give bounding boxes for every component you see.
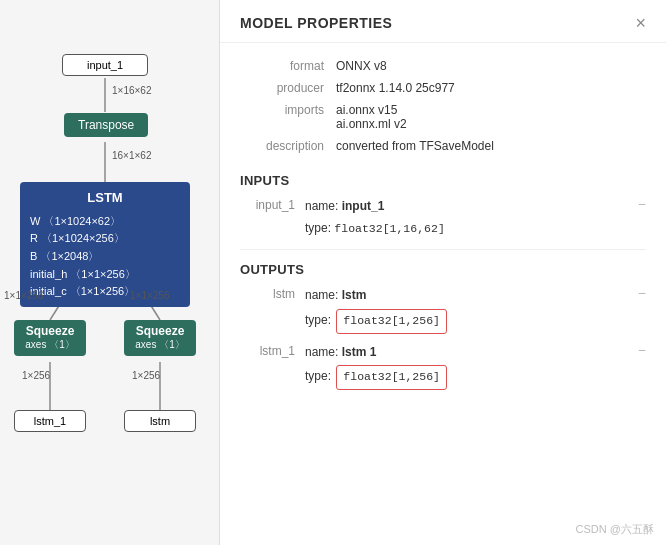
edge-label-3: 1×1×256 — [4, 290, 44, 301]
output-lstm1-name-line: name: lstm 1 — [305, 342, 630, 364]
producer-row: producer tf2onnx 1.14.0 25c977 — [240, 77, 646, 99]
outputs-section-title: OUTPUTS — [240, 262, 646, 277]
panel-title: MODEL PROPERTIES — [240, 15, 392, 31]
output-lstm1-node[interactable]: lstm_1 — [14, 410, 86, 432]
nn-diagram-panel: input_1 1×16×62 Transpose 16×1×62 LSTM W… — [0, 0, 220, 545]
panel-header: MODEL PROPERTIES × — [220, 0, 666, 43]
output-lstm1-type-value: float32[1,256] — [336, 365, 447, 390]
edge-label-4: 1×1×256 — [130, 290, 170, 301]
input-1-dash: − — [630, 196, 646, 212]
output-lstm-type-value: float32[1,256] — [336, 309, 447, 334]
format-label: format — [240, 55, 330, 77]
output-lstm-label: lstm — [150, 415, 170, 427]
input-1-name-value: input_1 — [342, 199, 385, 213]
description-label: description — [240, 135, 330, 157]
input-1-type-value: float32[1,16,62] — [334, 222, 444, 235]
section-divider-1 — [240, 249, 646, 250]
imports-label: imports — [240, 99, 330, 135]
squeeze-right-title: Squeeze — [132, 324, 188, 338]
producer-value: tf2onnx 1.14.0 25c977 — [330, 77, 646, 99]
inputs-section-title: INPUTS — [240, 173, 646, 188]
input-1-details: name: input_1 type: float32[1,16,62] — [305, 196, 630, 239]
input-node-label: input_1 — [87, 59, 123, 71]
edge-label-5: 1×256 — [22, 370, 50, 381]
output-lstm-id: lstm — [240, 285, 305, 301]
panel-body: format ONNX v8 producer tf2onnx 1.14.0 2… — [220, 43, 666, 402]
input-node[interactable]: input_1 — [62, 54, 148, 76]
format-row: format ONNX v8 — [240, 55, 646, 77]
lstm-r: R 〈1×1024×256〉 — [30, 230, 180, 248]
output-lstm-row: lstm name: lstm type: float32[1,256] − — [240, 285, 646, 333]
imports-value: ai.onnx v15 ai.onnx.ml v2 — [330, 99, 646, 135]
output-lstm-details: name: lstm type: float32[1,256] — [305, 285, 630, 333]
description-value: converted from TFSaveModel — [330, 135, 646, 157]
watermark: CSDN @六五酥 — [576, 522, 654, 537]
input-1-row: input_1 name: input_1 type: float32[1,16… — [240, 196, 646, 239]
output-lstm1-label: lstm_1 — [34, 415, 66, 427]
squeeze-right-axes: axes 〈1〉 — [132, 338, 188, 352]
squeeze-left-axes: axes 〈1〉 — [22, 338, 78, 352]
lstm-w: W 〈1×1024×62〉 — [30, 213, 180, 231]
output-lstm1-id: lstm_1 — [240, 342, 305, 358]
input-1-name-line: name: input_1 — [305, 196, 630, 218]
lstm-initial-h: initial_h 〈1×1×256〉 — [30, 266, 180, 284]
properties-table: format ONNX v8 producer tf2onnx 1.14.0 2… — [240, 55, 646, 157]
edge-label-1: 1×16×62 — [112, 85, 152, 96]
output-lstm1-row: lstm_1 name: lstm 1 type: float32[1,256]… — [240, 342, 646, 390]
squeeze-right-node[interactable]: Squeeze axes 〈1〉 — [124, 320, 196, 356]
transpose-node-label: Transpose — [78, 118, 134, 132]
lstm-node-title: LSTM — [30, 188, 180, 209]
edge-label-6: 1×256 — [132, 370, 160, 381]
output-lstm-name-value: lstm — [342, 288, 367, 302]
description-row: description converted from TFSaveModel — [240, 135, 646, 157]
output-lstm1-dash: − — [630, 342, 646, 358]
edge-label-2: 16×1×62 — [112, 150, 152, 161]
squeeze-left-title: Squeeze — [22, 324, 78, 338]
output-lstm-name-line: name: lstm — [305, 285, 630, 307]
format-value: ONNX v8 — [330, 55, 646, 77]
lstm-node[interactable]: LSTM W 〈1×1024×62〉 R 〈1×1024×256〉 B 〈1×2… — [20, 182, 190, 307]
input-1-type-line: type: float32[1,16,62] — [305, 218, 630, 240]
output-lstm-dash: − — [630, 285, 646, 301]
squeeze-left-node[interactable]: Squeeze axes 〈1〉 — [14, 320, 86, 356]
transpose-node[interactable]: Transpose — [64, 113, 148, 137]
nn-diagram: input_1 1×16×62 Transpose 16×1×62 LSTM W… — [0, 20, 220, 530]
properties-panel: MODEL PROPERTIES × format ONNX v8 produc… — [220, 0, 666, 545]
lstm-b: B 〈1×2048〉 — [30, 248, 180, 266]
output-lstm-node[interactable]: lstm — [124, 410, 196, 432]
output-lstm1-details: name: lstm 1 type: float32[1,256] — [305, 342, 630, 390]
output-lstm1-type-line: type: float32[1,256] — [305, 363, 630, 390]
input-1-id: input_1 — [240, 196, 305, 212]
imports-row: imports ai.onnx v15 ai.onnx.ml v2 — [240, 99, 646, 135]
output-lstm-type-line: type: float32[1,256] — [305, 307, 630, 334]
output-lstm1-name-value: lstm 1 — [342, 345, 377, 359]
close-button[interactable]: × — [635, 14, 646, 32]
producer-label: producer — [240, 77, 330, 99]
